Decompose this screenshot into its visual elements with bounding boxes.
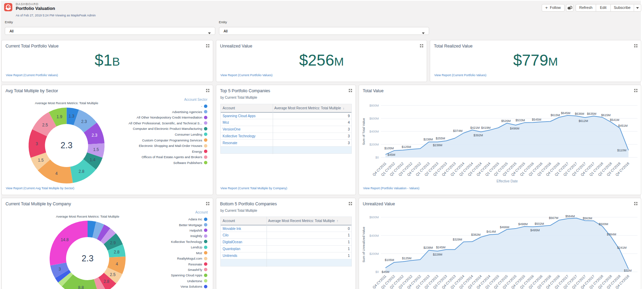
svg-text:$374M: $374M xyxy=(453,129,463,133)
svg-text:$392M: $392M xyxy=(474,134,483,137)
svg-text:Effective Date: Effective Date xyxy=(497,179,518,183)
svg-text:$612M: $612M xyxy=(579,119,588,123)
svg-text:2.3: 2.3 xyxy=(61,140,73,150)
svg-text:2.3: 2.3 xyxy=(82,253,94,263)
svg-text:$255M: $255M xyxy=(436,137,445,140)
svg-text:$384M: $384M xyxy=(607,233,616,236)
svg-text:4: 4 xyxy=(116,262,118,266)
svg-text:$419M: $419M xyxy=(481,126,491,129)
svg-text:$600M: $600M xyxy=(369,117,379,120)
svg-text:2.8: 2.8 xyxy=(104,279,110,284)
svg-text:2.3: 2.3 xyxy=(92,133,98,138)
svg-text:$241M: $241M xyxy=(617,246,627,249)
svg-text:$105M: $105M xyxy=(384,147,394,150)
svg-text:$200M: $200M xyxy=(369,252,379,256)
svg-text:$600M: $600M xyxy=(369,216,379,219)
svg-text:$45M: $45M xyxy=(388,153,396,156)
svg-text:$228M: $228M xyxy=(433,253,442,256)
svg-text:$495M: $495M xyxy=(530,229,540,232)
svg-text:$414M: $414M xyxy=(486,230,496,233)
svg-text:$526M: $526M xyxy=(501,119,511,123)
svg-text:$498M: $498M xyxy=(518,222,528,226)
svg-text:$451M: $451M xyxy=(618,124,628,127)
svg-text:2.8: 2.8 xyxy=(79,169,85,174)
svg-text:$584M: $584M xyxy=(565,215,575,218)
svg-text:2.3: 2.3 xyxy=(81,119,87,124)
svg-text:$421M: $421M xyxy=(470,126,480,129)
svg-text:2.5: 2.5 xyxy=(42,123,48,127)
svg-text:$496M: $496M xyxy=(510,127,519,130)
svg-text:1.5: 1.5 xyxy=(93,147,99,152)
svg-text:$238M: $238M xyxy=(424,246,433,249)
svg-text:$567M: $567M xyxy=(549,216,558,220)
svg-text:$400M: $400M xyxy=(369,234,379,237)
svg-text:$125M: $125M xyxy=(402,257,412,260)
svg-text:3: 3 xyxy=(36,141,38,146)
svg-text:1.3: 1.3 xyxy=(69,114,75,119)
svg-text:$0: $0 xyxy=(375,156,379,159)
svg-text:$545M: $545M xyxy=(532,118,541,121)
svg-text:$645M: $645M xyxy=(561,111,570,115)
svg-text:$800M: $800M xyxy=(369,104,379,107)
svg-text:$466M: $466M xyxy=(500,225,510,229)
svg-text:$635M: $635M xyxy=(587,112,596,115)
svg-text:Sum of Unrealized Value: Sum of Unrealized Value xyxy=(362,227,365,262)
svg-text:$105M: $105M xyxy=(385,258,394,262)
svg-text:$400M: $400M xyxy=(369,130,379,133)
svg-text:2.9: 2.9 xyxy=(110,240,116,245)
svg-text:14.8: 14.8 xyxy=(61,237,69,242)
svg-text:1.5: 1.5 xyxy=(38,158,44,163)
svg-text:1.9: 1.9 xyxy=(56,114,62,119)
svg-text:$45M: $45M xyxy=(382,270,389,274)
svg-text:$541M: $541M xyxy=(610,118,619,122)
svg-text:$238M: $238M xyxy=(424,138,433,141)
svg-text:$238M: $238M xyxy=(433,143,442,147)
svg-text:2.5: 2.5 xyxy=(110,272,116,277)
svg-text:$245M: $245M xyxy=(436,246,446,249)
svg-text:$125M: $125M xyxy=(402,145,411,149)
svg-text:4: 4 xyxy=(55,171,58,176)
svg-text:$200M: $200M xyxy=(369,143,379,146)
svg-text:$500M: $500M xyxy=(599,222,608,226)
svg-text:$563M: $563M xyxy=(583,217,592,220)
svg-text:$502M: $502M xyxy=(534,222,544,225)
svg-text:$110M: $110M xyxy=(617,149,627,152)
svg-text:$0: $0 xyxy=(375,270,379,274)
svg-text:2.8: 2.8 xyxy=(114,250,120,254)
svg-text:$329M: $329M xyxy=(453,238,462,241)
svg-text:$32M: $32M xyxy=(624,269,632,272)
svg-text:$533M: $533M xyxy=(516,119,525,122)
svg-text:$615M: $615M xyxy=(601,113,611,117)
svg-text:8.8: 8.8 xyxy=(78,285,84,289)
svg-text:1.4: 1.4 xyxy=(90,157,95,162)
svg-text:$636M: $636M xyxy=(575,112,584,115)
svg-text:$615M: $615M xyxy=(551,113,560,117)
svg-text:$382M: $382M xyxy=(471,233,481,236)
svg-text:3: 3 xyxy=(59,267,61,272)
svg-text:Sum of Total Value: Sum of Total Value xyxy=(362,118,365,145)
